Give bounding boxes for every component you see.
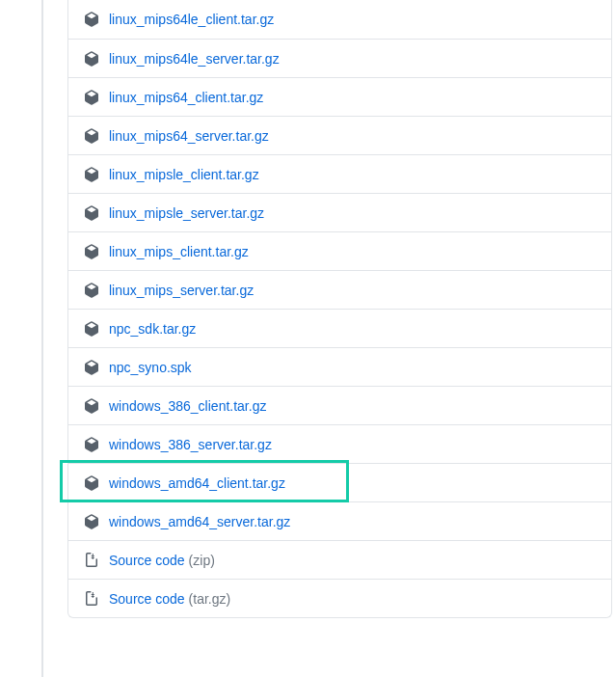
zip-icon: [84, 591, 99, 607]
asset-row: npc_syno.spk: [68, 347, 611, 386]
package-icon: [84, 321, 99, 337]
asset-row: windows_amd64_server.tar.gz: [68, 501, 611, 540]
asset-download-link[interactable]: windows_amd64_client.tar.gz: [109, 475, 285, 491]
asset-download-link[interactable]: windows_amd64_server.tar.gz: [109, 514, 290, 529]
package-icon: [84, 437, 99, 452]
asset-download-link[interactable]: npc_syno.spk: [109, 360, 192, 375]
asset-download-link[interactable]: linux_mips_client.tar.gz: [109, 244, 249, 259]
package-icon: [84, 475, 99, 491]
asset-row: linux_mips64le_server.tar.gz: [68, 39, 611, 77]
asset-row: windows_386_client.tar.gz: [68, 386, 611, 424]
asset-row: linux_mips_server.tar.gz: [68, 270, 611, 309]
asset-row: windows_amd64_client.tar.gz: [68, 463, 611, 501]
asset-download-link[interactable]: linux_mips64le_server.tar.gz: [109, 51, 280, 67]
package-icon: [84, 244, 99, 259]
package-icon: [84, 167, 99, 182]
zip-icon: [84, 553, 99, 568]
package-icon: [84, 205, 99, 221]
package-icon: [84, 398, 99, 414]
asset-download-link[interactable]: linux_mips64_client.tar.gz: [109, 90, 263, 105]
asset-download-link[interactable]: linux_mips64_server.tar.gz: [109, 128, 269, 144]
package-icon: [84, 283, 99, 298]
asset-row: windows_386_server.tar.gz: [68, 424, 611, 463]
asset-row: npc_sdk.tar.gz: [68, 309, 611, 347]
asset-row: linux_mipsle_client.tar.gz: [68, 154, 611, 193]
package-icon: [84, 360, 99, 375]
asset-format-label: (tar.gz): [189, 591, 231, 607]
package-icon: [84, 514, 99, 529]
release-assets-list: linux_mips64le_client.tar.gzlinux_mips64…: [67, 0, 612, 618]
asset-download-link[interactable]: windows_386_client.tar.gz: [109, 398, 266, 414]
asset-download-link[interactable]: Source code: [109, 591, 185, 607]
asset-download-link[interactable]: linux_mips_server.tar.gz: [109, 283, 254, 298]
asset-row: linux_mips64_server.tar.gz: [68, 116, 611, 154]
package-icon: [84, 90, 99, 105]
asset-row: linux_mips64_client.tar.gz: [68, 77, 611, 116]
asset-download-link[interactable]: linux_mipsle_server.tar.gz: [109, 205, 264, 221]
asset-row: linux_mips64le_client.tar.gz: [68, 0, 611, 39]
asset-format-label: (zip): [189, 553, 215, 568]
asset-row: Source code(tar.gz): [68, 579, 611, 617]
asset-download-link[interactable]: linux_mips64le_client.tar.gz: [109, 12, 274, 27]
asset-row: linux_mipsle_server.tar.gz: [68, 193, 611, 231]
asset-row: Source code(zip): [68, 540, 611, 579]
asset-download-link[interactable]: linux_mipsle_client.tar.gz: [109, 167, 259, 182]
package-icon: [84, 128, 99, 144]
asset-download-link[interactable]: windows_386_server.tar.gz: [109, 437, 272, 452]
package-icon: [84, 51, 99, 67]
asset-download-link[interactable]: Source code: [109, 553, 185, 568]
asset-download-link[interactable]: npc_sdk.tar.gz: [109, 321, 196, 337]
package-icon: [84, 12, 99, 27]
timeline-bar: [41, 0, 43, 677]
asset-row: linux_mips_client.tar.gz: [68, 231, 611, 270]
